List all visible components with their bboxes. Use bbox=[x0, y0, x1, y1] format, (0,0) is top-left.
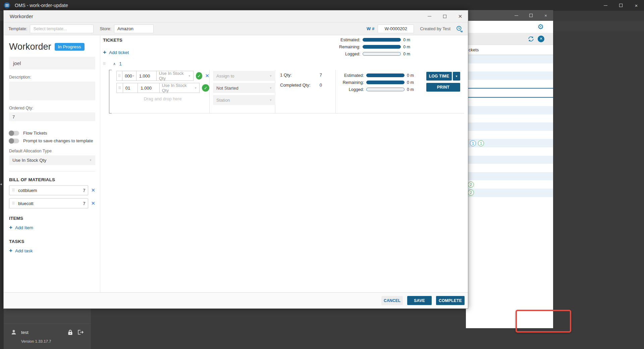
modal-subheader: Template: Select template... Store: Amaz… bbox=[4, 22, 468, 35]
add-item-button[interactable]: + Add Item bbox=[9, 224, 95, 231]
table-row[interactable]: 2 bbox=[466, 180, 553, 189]
refresh-icon[interactable] bbox=[528, 36, 534, 42]
close-button[interactable]: × bbox=[538, 10, 553, 21]
cancel-button[interactable]: CANCEL bbox=[381, 296, 403, 305]
allocation-select[interactable]: Use In Stock Qty ▼ bbox=[159, 83, 200, 93]
save-button[interactable]: SAVE bbox=[407, 296, 432, 305]
ticket-qty-input[interactable]: 1.000 bbox=[138, 83, 159, 93]
drag-handle-icon[interactable]: ⠿ bbox=[12, 201, 15, 206]
ticket-group-header[interactable]: ⠿ ∧ 1 bbox=[103, 61, 122, 66]
completed-qty-label: Completed Qty: bbox=[280, 83, 310, 88]
chevron-down-icon: ▼ bbox=[132, 74, 135, 78]
user-avatar-icon bbox=[10, 329, 17, 336]
allocation-type-label: Default Allocation Type bbox=[9, 149, 95, 153]
count-badge: 1 bbox=[470, 140, 476, 146]
count-badge: 2 bbox=[468, 182, 474, 188]
table-row[interactable] bbox=[466, 55, 553, 63]
ticket-line-row: ⠿ 000 ▼ 1.000 Use In Stock Qty ▼ ✓ bbox=[116, 71, 209, 81]
drag-handle-icon[interactable]: ⠿ bbox=[12, 188, 15, 193]
table-row[interactable] bbox=[466, 98, 553, 106]
table-row[interactable] bbox=[466, 71, 553, 80]
table-row[interactable]: 1 1 bbox=[466, 139, 553, 147]
store-input[interactable]: Amazon bbox=[114, 24, 154, 33]
table-row[interactable] bbox=[466, 88, 553, 98]
complete-button[interactable]: COMPLETE bbox=[436, 296, 465, 305]
table-row[interactable] bbox=[466, 164, 553, 172]
drag-handle-icon[interactable]: ⠿ bbox=[103, 62, 106, 66]
remove-icon[interactable]: ✕ bbox=[205, 73, 209, 79]
maximize-button[interactable] bbox=[437, 10, 452, 22]
history-icon[interactable] bbox=[456, 26, 463, 32]
ticket-card: ⠿ 000 ▼ 1.000 Use In Stock Qty ▼ ✓ bbox=[112, 70, 464, 113]
template-label: Template: bbox=[8, 26, 27, 31]
close-button[interactable]: × bbox=[629, 0, 644, 11]
restore-button[interactable] bbox=[524, 10, 538, 21]
table-row[interactable] bbox=[466, 156, 553, 164]
drag-drop-zone[interactable]: Drag and drop here bbox=[116, 96, 209, 101]
bom-row[interactable]: ⠿ bluecott 7 bbox=[9, 198, 88, 208]
remove-icon[interactable]: ✕ bbox=[91, 200, 95, 206]
table-row[interactable] bbox=[466, 172, 553, 181]
template-input[interactable]: Select template... bbox=[30, 24, 94, 33]
ticket-code-input[interactable]: 01 bbox=[123, 83, 138, 93]
print-button[interactable]: PRINT bbox=[426, 83, 460, 92]
workorder-name-input[interactable]: joel bbox=[9, 57, 95, 69]
background-toolbar: ✕ bbox=[466, 33, 553, 45]
ticket-group-bracket bbox=[109, 70, 112, 113]
status-select[interactable]: Not Started ▼ bbox=[213, 83, 275, 93]
close-panel-icon[interactable]: ✕ bbox=[538, 36, 544, 42]
add-ticket-button[interactable]: + Add ticket bbox=[103, 49, 129, 56]
bom-row[interactable]: ⠿ cottbluem 7 bbox=[9, 185, 88, 195]
lock-icon[interactable] bbox=[68, 330, 73, 335]
logged-progress-bar bbox=[366, 88, 405, 91]
items-heading: ITEMS bbox=[9, 216, 95, 221]
log-time-dropdown-button[interactable]: ▼ bbox=[453, 72, 460, 81]
table-row[interactable] bbox=[466, 106, 553, 114]
tickets-totals: Estimated: 0 m Remaining: 0 m Logged: 0 … bbox=[337, 36, 410, 57]
allocation-select[interactable]: Use In Stock Qty ▼ bbox=[156, 71, 194, 81]
maximize-button[interactable] bbox=[613, 0, 629, 11]
table-row[interactable] bbox=[466, 147, 553, 156]
ticket-group-number: 1 bbox=[119, 61, 122, 66]
logout-icon[interactable] bbox=[77, 330, 84, 335]
table-row[interactable] bbox=[466, 80, 553, 88]
table-row[interactable]: 2 bbox=[466, 189, 553, 197]
station-select[interactable]: Station ▼ bbox=[213, 95, 275, 105]
close-button[interactable]: ✕ bbox=[452, 10, 468, 22]
assign-to-select[interactable]: Assign to ▼ bbox=[213, 71, 275, 81]
table-row[interactable] bbox=[466, 114, 553, 123]
chevron-down-icon: ▼ bbox=[269, 74, 272, 78]
table-row[interactable] bbox=[466, 131, 553, 139]
table-row[interactable] bbox=[466, 122, 553, 131]
modal-footer: CANCEL SAVE COMPLETE bbox=[4, 292, 468, 308]
ticket-qty-input[interactable]: 1.000 bbox=[136, 71, 157, 81]
chevron-down-icon: ▼ bbox=[269, 87, 272, 90]
minimize-button[interactable] bbox=[509, 10, 524, 21]
ticket-qty-value: 7 bbox=[320, 72, 331, 78]
drag-handle-icon[interactable]: ⠿ bbox=[116, 71, 122, 81]
prompt-save-template-toggle[interactable]: Prompt to save changes to template bbox=[9, 137, 95, 145]
sidebar-collapse-icon[interactable]: ◂ bbox=[0, 182, 2, 186]
toggle-off-icon[interactable] bbox=[9, 139, 19, 143]
created-by-label: Created by Test bbox=[420, 26, 450, 31]
settings-gear-icon[interactable]: ⚙ bbox=[537, 23, 544, 31]
annotation-highlight-rectangle bbox=[516, 310, 571, 333]
drag-handle-icon[interactable]: ⠿ bbox=[116, 83, 123, 93]
add-task-button[interactable]: + Add task bbox=[9, 247, 95, 254]
collapse-icon[interactable]: ∧ bbox=[113, 62, 116, 66]
description-input[interactable] bbox=[9, 82, 95, 100]
ticket-code-select[interactable]: 000 ▼ bbox=[122, 71, 137, 81]
logged-progress-bar bbox=[363, 52, 401, 56]
remove-icon[interactable]: ✕ bbox=[91, 187, 95, 193]
allocation-type-select[interactable]: Use In Stock Qty ▼ bbox=[9, 155, 95, 165]
count-badge: 1 bbox=[478, 140, 484, 146]
minimize-button[interactable] bbox=[598, 0, 613, 11]
table-row[interactable] bbox=[466, 63, 553, 72]
toggle-off-icon[interactable] bbox=[9, 131, 19, 136]
flow-tickets-toggle[interactable]: Flow Tickets bbox=[9, 129, 95, 137]
log-time-button[interactable]: LOG TIME bbox=[426, 72, 452, 81]
workorder-number-input[interactable]: W-0000202 bbox=[378, 24, 414, 33]
allocated-check-icon: ✓ bbox=[202, 84, 209, 92]
minimize-button[interactable] bbox=[422, 10, 437, 22]
ordered-qty-input[interactable]: 7 bbox=[9, 112, 95, 121]
